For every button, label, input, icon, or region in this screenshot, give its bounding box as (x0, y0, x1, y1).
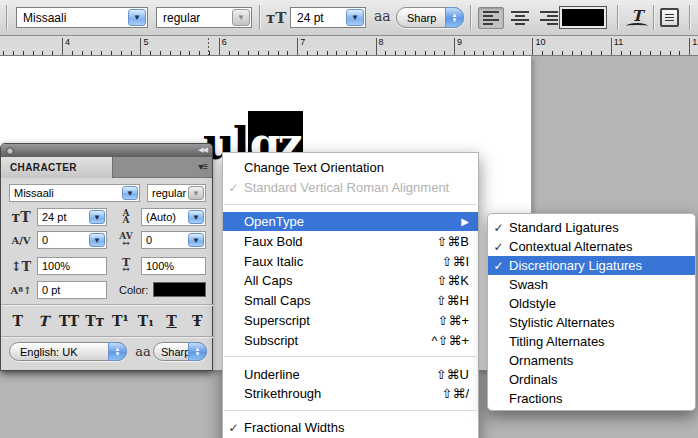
style-buttons-row: TTTTTᴛT¹T₁TŦ (5, 310, 210, 332)
underline-button[interactable]: T (159, 310, 185, 332)
menu-item-opentype[interactable]: OpenType▶ (223, 212, 478, 232)
menu-item-label: Small Caps (244, 293, 310, 308)
ruler-minor-tick (523, 51, 524, 55)
submenu-item-discretionary-ligatures[interactable]: ✓Discretionary Ligatures (488, 256, 695, 275)
submenu-item-fractions[interactable]: Fractions (488, 389, 695, 408)
ruler-minor-tick (572, 51, 573, 55)
submenu-item-contextual-alternates[interactable]: ✓Contextual Alternates (488, 237, 695, 256)
checkmark-icon: ✓ (488, 221, 509, 235)
panel-titlebar[interactable]: ◀◀ (1, 144, 212, 157)
tab-character[interactable]: CHARACTER (1, 157, 113, 178)
submenu-item-titling-alternates[interactable]: Titling Alternates (488, 332, 695, 351)
strikethrough-button[interactable]: Ŧ (184, 310, 210, 332)
leading-field[interactable]: (Auto) ▼ (141, 208, 206, 226)
dropdown-arrow-icon[interactable]: ▼ (346, 9, 364, 26)
panel-close-button[interactable] (6, 147, 14, 155)
ruler-minor-tick (199, 51, 200, 55)
ruler-minor-tick (23, 51, 24, 55)
panel-anti-alias-select[interactable]: Sharp ▲▼ (153, 342, 207, 361)
text-color-swatch[interactable] (560, 7, 606, 28)
tracking-field[interactable]: 0 ▼ (141, 231, 206, 249)
menu-item-change-text-orientation[interactable]: Change Text Orientation (223, 158, 478, 178)
ruler-minor-tick (209, 51, 210, 55)
panel-font-style-value: regular (152, 187, 186, 199)
dropdown-arrow-icon[interactable]: ▼ (188, 210, 204, 224)
panel-menu-icon[interactable]: ▾≡ (198, 161, 207, 172)
ruler-minor-tick (307, 51, 308, 55)
dropdown-arrow-icon[interactable]: ▼ (188, 233, 204, 247)
submenu-item-ornaments[interactable]: Ornaments (488, 351, 695, 370)
subscript-button[interactable]: T₁ (133, 310, 159, 332)
menu-item-label: Faux Bold (244, 234, 303, 249)
menu-item-label: Underline (244, 367, 300, 382)
menu-shortcut: ⇧⌘U (436, 367, 469, 382)
menu-item-fractional-widths[interactable]: ✓Fractional Widths (223, 418, 478, 438)
align-center-button[interactable] (507, 7, 533, 29)
collapse-panel-icon[interactable]: ◀◀ (198, 146, 207, 154)
font-size-value: 24 pt (297, 11, 324, 25)
align-right-button[interactable] (536, 7, 562, 29)
panel-font-family-value: Missaali (14, 187, 54, 199)
panel-font-style-select[interactable]: regular ▼ (147, 184, 206, 202)
ruler-minor-tick (111, 51, 112, 55)
submenu-item-ordinals[interactable]: Ordinals (488, 370, 695, 389)
menu-item-underline[interactable]: Underline⇧⌘U (223, 364, 478, 384)
submenu-item-oldstyle[interactable]: Oldstyle (488, 294, 695, 313)
vertical-scale-field[interactable]: 100% (37, 257, 107, 275)
leading-value: (Auto) (146, 211, 176, 223)
align-left-button[interactable] (478, 7, 504, 29)
ruler-major-tick (219, 38, 220, 55)
font-style-select[interactable]: regular ▼ (156, 7, 252, 28)
submenu-item-stylistic-alternates[interactable]: Stylistic Alternates (488, 313, 695, 332)
toolbar-divider (689, 5, 690, 30)
anti-alias-select[interactable]: Sharp ▲▼ (396, 7, 464, 28)
faux-bold-button[interactable]: T (5, 310, 31, 332)
menu-shortcut: ^⇧⌘+ (431, 333, 469, 348)
menu-item-label: Fractions (509, 391, 562, 406)
ruler-minor-tick (356, 51, 357, 55)
menu-item-strikethrough[interactable]: Strikethrough⇧⌘/ (223, 384, 478, 404)
menu-item-all-caps[interactable]: All Caps⇧⌘K (223, 271, 478, 291)
superscript-button[interactable]: T¹ (108, 310, 134, 332)
ruler-minor-tick (385, 51, 386, 55)
ruler-minor-tick (562, 51, 563, 55)
warp-text-icon[interactable]: T (626, 7, 648, 29)
menu-item-subscript[interactable]: Subscript^⇧⌘+ (223, 330, 478, 350)
toggle-panels-icon[interactable] (660, 8, 679, 27)
menu-item-faux-bold[interactable]: Faux Bold⇧⌘B (223, 231, 478, 251)
kerning-field[interactable]: 0 ▼ (37, 231, 107, 249)
all-caps-button[interactable]: TT (56, 310, 82, 332)
panel-color-swatch[interactable] (153, 282, 206, 297)
font-family-select[interactable]: Missaali ▼ (16, 7, 148, 28)
baseline-shift-icon: Aª↑ (9, 281, 33, 299)
ruler-minor-tick (91, 51, 92, 55)
ruler-cursor-indicator (208, 38, 209, 55)
menu-item-faux-italic[interactable]: Faux Italic⇧⌘I (223, 251, 478, 271)
submenu-item-standard-ligatures[interactable]: ✓Standard Ligatures (488, 218, 695, 237)
dropdown-arrow-icon[interactable]: ▼ (89, 233, 105, 247)
popup-arrows-icon: ▲▼ (188, 342, 207, 361)
horizontal-scale-field[interactable]: 100% (141, 257, 206, 275)
menu-item-superscript[interactable]: Superscript⇧⌘+ (223, 311, 478, 331)
menu-item-label: Fractional Widths (244, 420, 344, 435)
panel-font-size-field[interactable]: 24 pt ▼ (37, 208, 107, 226)
font-size-select[interactable]: 24 pt ▼ (290, 7, 366, 28)
ruler-number: 8 (379, 37, 384, 47)
submenu-item-swash[interactable]: Swash (488, 275, 695, 294)
dropdown-arrow-icon[interactable]: ▼ (128, 9, 146, 26)
faux-italic-button[interactable]: T (31, 310, 57, 332)
language-select[interactable]: English: UK ▲▼ (9, 342, 127, 361)
ruler-minor-tick (121, 51, 122, 55)
ruler-minor-tick (131, 51, 132, 55)
dropdown-arrow-icon[interactable]: ▼ (122, 186, 138, 200)
menu-item-small-caps[interactable]: Small Caps⇧⌘H (223, 291, 478, 311)
dropdown-arrow-icon[interactable]: ▼ (89, 210, 105, 224)
ruler-minor-tick (444, 51, 445, 55)
panel-font-family-select[interactable]: Missaali ▼ (9, 184, 140, 202)
ruler-minor-tick (336, 51, 337, 55)
baseline-shift-field[interactable]: 0 pt (37, 281, 107, 299)
menu-shortcut: ⇧⌘H (436, 293, 469, 308)
ruler-minor-tick (513, 51, 514, 55)
font-family-value: Missaali (23, 11, 66, 25)
small-caps-button[interactable]: Tᴛ (82, 310, 108, 332)
